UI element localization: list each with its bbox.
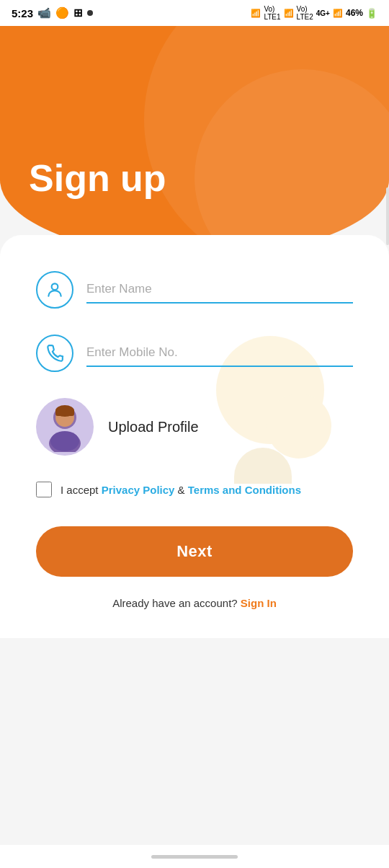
signal-bars-1: 📶 bbox=[284, 9, 294, 18]
page-title: Sign up bbox=[29, 158, 166, 199]
scroll-indicator bbox=[386, 187, 389, 245]
app-icon-2: 🟠 bbox=[55, 6, 69, 19]
avatar-icon bbox=[43, 402, 86, 452]
battery-icon: 🔋 bbox=[366, 8, 377, 19]
already-account-text: Already have an account? bbox=[112, 597, 237, 609]
name-input[interactable] bbox=[86, 276, 353, 302]
upload-profile-label: Upload Profile bbox=[108, 419, 199, 435]
svg-rect-5 bbox=[55, 409, 74, 416]
time-text: 5:23 bbox=[12, 7, 33, 19]
terms-checkbox[interactable] bbox=[36, 482, 52, 497]
terms-link[interactable]: Terms and Conditions bbox=[188, 484, 301, 496]
mobile-field-wrap bbox=[86, 340, 353, 367]
4g-text: 4G+ bbox=[316, 9, 330, 17]
svg-point-6 bbox=[50, 431, 79, 451]
privacy-policy-link[interactable]: Privacy Policy bbox=[102, 484, 175, 496]
sign-in-link[interactable]: Sign In bbox=[238, 597, 277, 609]
wifi-icon: 📶 bbox=[251, 9, 261, 18]
volte1-text: Vo)LTE1 bbox=[264, 5, 280, 21]
bottom-pill bbox=[151, 855, 238, 859]
header-section: Sign up bbox=[0, 26, 389, 257]
battery-text: 46% bbox=[346, 8, 363, 18]
signal-bars-2: 📶 bbox=[333, 9, 343, 18]
upload-profile-row[interactable]: Upload Profile bbox=[36, 398, 353, 456]
mobile-input-row bbox=[36, 335, 353, 372]
checkbox-text: I accept bbox=[61, 484, 102, 496]
status-bar: 5:23 📹 🟠 ⊞ 📶 Vo)LTE1 📶 Vo)LTE2 4G+ 📶 46%… bbox=[0, 0, 389, 26]
person-icon bbox=[45, 280, 64, 299]
signin-row: Already have an account? Sign In bbox=[36, 597, 353, 609]
phone-icon-wrap bbox=[36, 335, 73, 372]
form-section: Upload Profile I accept Privacy Policy &… bbox=[0, 235, 389, 638]
profile-avatar[interactable] bbox=[36, 398, 94, 456]
next-button[interactable]: Next bbox=[36, 526, 353, 577]
person-icon-wrap bbox=[36, 271, 73, 309]
status-indicators: 📶 Vo)LTE1 📶 Vo)LTE2 4G+ 📶 46% 🔋 bbox=[251, 5, 377, 21]
phone-icon bbox=[45, 344, 64, 363]
app-icon-1: 📹 bbox=[37, 6, 51, 19]
and-text: & bbox=[174, 484, 187, 496]
bottom-bar bbox=[0, 845, 389, 868]
mobile-input[interactable] bbox=[86, 340, 353, 366]
notification-dot bbox=[87, 10, 93, 16]
volte2-text: Vo)LTE2 bbox=[297, 5, 313, 21]
svg-point-0 bbox=[52, 283, 58, 290]
status-time: 5:23 📹 🟠 ⊞ bbox=[12, 6, 93, 19]
checkbox-label[interactable]: I accept Privacy Policy & Terms and Cond… bbox=[61, 484, 301, 496]
name-input-row bbox=[36, 271, 353, 309]
app-icon-3: ⊞ bbox=[73, 6, 83, 19]
name-field-wrap bbox=[86, 276, 353, 304]
checkbox-row: I accept Privacy Policy & Terms and Cond… bbox=[36, 482, 353, 497]
